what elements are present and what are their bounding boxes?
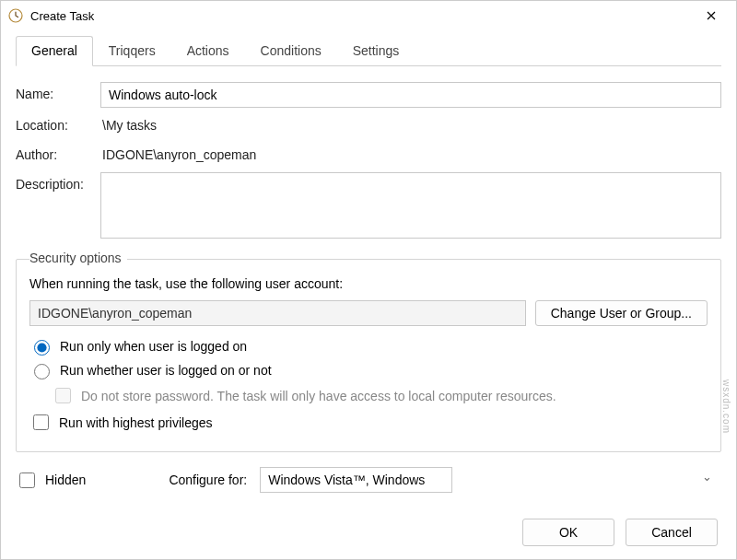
dialog-content: General Triqqers Actions Conditions Sett… — [1, 30, 736, 509]
create-task-window: Create Task General Triqqers Actions Con… — [0, 0, 737, 560]
author-value: IDGONE\anyron_copeman — [100, 143, 721, 167]
name-label: Name: — [16, 82, 100, 101]
titlebar: Create Task — [1, 1, 736, 30]
check-highest-priv-input[interactable] — [33, 414, 49, 430]
check-hidden-label: Hidden — [45, 472, 86, 487]
radio-run-whether-label: Run whether user is logged on or not — [60, 363, 272, 378]
radio-run-logged-on[interactable]: Run only when user is logged on — [29, 337, 708, 356]
description-label: Description: — [16, 172, 100, 192]
check-no-store-pw[interactable]: Do not store password. The task will onl… — [52, 385, 708, 406]
location-value: \My tasks — [100, 113, 721, 137]
tab-conditions[interactable]: Conditions — [245, 36, 337, 66]
cancel-button[interactable]: Cancel — [626, 519, 718, 546]
watermark: wsxdn.com — [721, 379, 731, 434]
close-button[interactable] — [690, 1, 732, 30]
name-input[interactable] — [100, 82, 721, 108]
radio-run-whether-input[interactable] — [34, 364, 50, 379]
tab-actions[interactable]: Actions — [171, 36, 245, 66]
security-running-label: When running the task, use the following… — [29, 276, 708, 291]
tab-settings[interactable]: Settings — [337, 36, 415, 66]
ok-button[interactable]: OK — [522, 519, 614, 546]
configure-for-select[interactable] — [260, 467, 452, 493]
radio-run-logged-on-input[interactable] — [34, 340, 50, 356]
check-hidden[interactable]: Hidden — [16, 470, 86, 491]
close-icon — [707, 11, 716, 20]
account-display: IDGONE\anyron_copeman — [29, 300, 526, 326]
check-highest-priv[interactable]: Run with highest privileges — [29, 412, 708, 433]
author-label: Author: — [16, 143, 100, 162]
window-title: Create Task — [30, 9, 690, 23]
security-legend: Security options — [29, 251, 127, 265]
configure-for-label: Configure for: — [169, 472, 247, 487]
clock-icon — [8, 8, 23, 23]
tab-triggers[interactable]: Triqqers — [93, 36, 171, 66]
location-label: Location: — [16, 113, 100, 133]
check-no-store-pw-label: Do not store password. The task will onl… — [81, 389, 556, 403]
tab-general[interactable]: General — [16, 36, 93, 66]
tab-strip: General Triqqers Actions Conditions Sett… — [16, 36, 721, 66]
description-input[interactable] — [100, 172, 721, 239]
radio-run-whether[interactable]: Run whether user is logged on or not — [29, 361, 708, 379]
security-options-group: Security options When running the task, … — [16, 259, 721, 452]
change-user-button[interactable]: Change User or Group... — [535, 300, 708, 326]
check-hidden-input[interactable] — [19, 472, 35, 488]
check-highest-priv-label: Run with highest privileges — [59, 415, 213, 430]
radio-run-logged-on-label: Run only when user is logged on — [60, 339, 247, 354]
check-no-store-pw-input — [55, 388, 71, 403]
dialog-footer: OK Cancel — [1, 509, 736, 559]
